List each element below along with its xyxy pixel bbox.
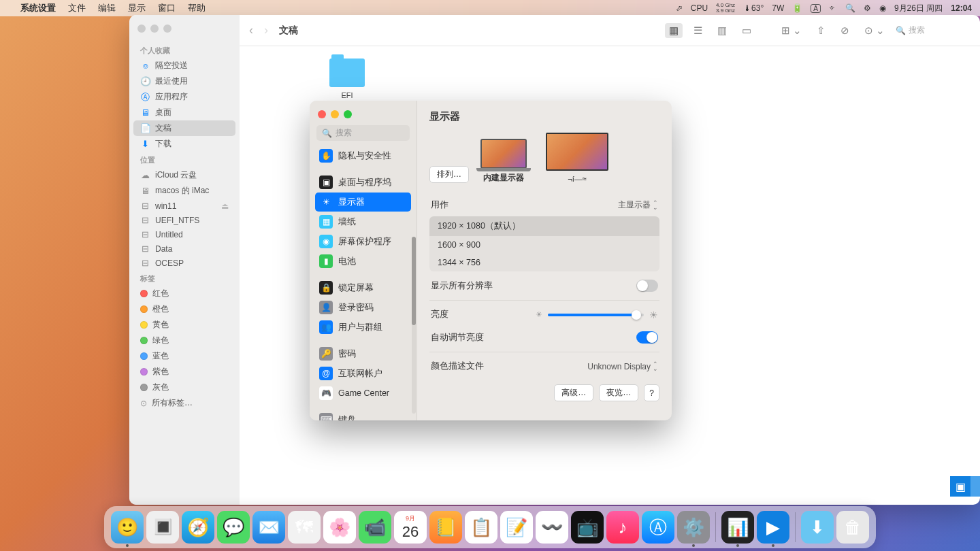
use-as-row[interactable]: 用作 主显示器⌃⌄: [429, 194, 659, 216]
resolution-option[interactable]: 1600 × 900: [429, 236, 659, 254]
finder-search[interactable]: 🔍 搜索: [896, 24, 970, 36]
siri-icon[interactable]: ◉: [879, 3, 886, 13]
dock-contacts[interactable]: 📒: [429, 511, 462, 544]
sidebar-scrollbar-thumb[interactable]: [412, 237, 416, 325]
dock-downloads[interactable]: ⬇: [801, 511, 834, 544]
settings-sidebar-item[interactable]: 🎮Game Center: [315, 384, 411, 403]
zoom-button[interactable]: [163, 24, 172, 33]
brightness-slider[interactable]: [548, 314, 644, 316]
dock-facetime[interactable]: 📹: [359, 511, 391, 544]
dock-todesk[interactable]: ▶: [757, 511, 789, 544]
screen-recorder-widget[interactable]: ▣: [950, 476, 980, 497]
settings-sidebar-item[interactable]: ▮电池: [315, 252, 411, 271]
menu-view[interactable]: 显示: [128, 2, 146, 14]
spotlight-icon[interactable]: 🔍: [845, 3, 855, 13]
tag-button[interactable]: ⊘: [836, 23, 853, 38]
settings-sidebar-item[interactable]: ⌨键盘: [315, 410, 411, 420]
sidebar-tag[interactable]: 紫色: [133, 364, 235, 380]
sidebar-documents[interactable]: 📄文稿: [133, 120, 235, 136]
view-icons[interactable]: ▦: [665, 23, 683, 38]
settings-sidebar-item[interactable]: 👥用户与群组: [315, 318, 411, 337]
auto-brightness-toggle[interactable]: [636, 331, 658, 344]
menu-help[interactable]: 帮助: [188, 2, 206, 14]
group-by[interactable]: ⊞ ⌄: [777, 23, 806, 38]
settings-sidebar-item[interactable]: @互联网帐户: [315, 364, 411, 383]
dock-appstore[interactable]: Ⓐ: [642, 511, 674, 544]
sidebar-tag[interactable]: 灰色: [133, 380, 235, 395]
dock-tv[interactable]: 📺: [571, 511, 604, 544]
menu-window[interactable]: 窗口: [158, 2, 176, 14]
dock-system-settings[interactable]: ⚙️: [677, 511, 710, 544]
advanced-button[interactable]: 高级…: [554, 384, 593, 401]
show-all-toggle[interactable]: [636, 280, 658, 292]
action-menu[interactable]: ⊙ ⌄: [860, 23, 889, 38]
sidebar-tag[interactable]: 红色: [133, 286, 235, 301]
sidebar-uefi[interactable]: ⊟UEFI_NTFS: [133, 213, 235, 227]
sidebar-tag[interactable]: 蓝色: [133, 348, 235, 364]
wifi-icon[interactable]: ᯤ: [829, 3, 837, 13]
control-center-icon[interactable]: ⚙: [864, 3, 871, 13]
settings-sidebar-item[interactable]: 👤登录密码: [315, 298, 411, 317]
folder-efi[interactable]: EFI: [320, 59, 374, 99]
dock-maps[interactable]: 🗺: [288, 511, 321, 544]
app-menu[interactable]: 系统设置: [20, 2, 56, 14]
sidebar-tag[interactable]: 绿色: [133, 333, 235, 348]
dock-notes[interactable]: 📝: [500, 511, 533, 544]
sidebar-icloud[interactable]: ☁iCloud 云盘: [133, 167, 235, 183]
date-display[interactable]: 9月26日 周四: [894, 3, 943, 14]
sidebar-tag[interactable]: 橙色: [133, 301, 235, 317]
zoom-button[interactable]: [344, 110, 352, 118]
close-button[interactable]: [318, 110, 326, 118]
view-list[interactable]: ☰: [689, 23, 706, 38]
sidebar-tag[interactable]: ⊙所有标签…: [133, 395, 235, 411]
settings-sidebar-item[interactable]: 🔑密码: [315, 344, 411, 363]
color-profile-row[interactable]: 颜色描述文件 Unknown Display⌃⌄: [429, 355, 659, 378]
minimize-button[interactable]: [150, 24, 159, 33]
share-button[interactable]: ⇧: [813, 23, 830, 38]
time-display[interactable]: 12:04: [951, 3, 972, 13]
settings-sidebar-item[interactable]: ✋隐私与安全性: [315, 146, 411, 165]
display-internal[interactable]: 内建显示器: [480, 139, 527, 183]
sidebar-airdrop[interactable]: ⌾隔空投送: [133, 58, 235, 73]
resolution-option[interactable]: 1344 × 756: [429, 254, 659, 271]
close-button[interactable]: [137, 24, 146, 33]
menu-edit[interactable]: 编辑: [98, 2, 116, 14]
view-gallery[interactable]: ▭: [738, 23, 755, 38]
minimize-button[interactable]: [331, 110, 339, 118]
dock-music[interactable]: ♪: [606, 511, 639, 544]
sidebar-desktop[interactable]: 🖥桌面: [133, 105, 235, 120]
resolution-option[interactable]: 1920 × 1080（默认）: [429, 216, 659, 236]
settings-search[interactable]: 🔍 搜索: [316, 125, 410, 141]
dock-mail[interactable]: ✉️: [252, 511, 285, 544]
settings-sidebar-item[interactable]: 🔒锁定屏幕: [315, 278, 411, 297]
settings-sidebar-item[interactable]: ☀显示器: [315, 193, 411, 212]
sidebar-tag[interactable]: 黄色: [133, 317, 235, 333]
sidebar-data[interactable]: ⊟Data: [133, 241, 235, 256]
sidebar-downloads[interactable]: ⬇下载: [133, 136, 235, 152]
view-columns[interactable]: ▥: [713, 23, 731, 38]
dock-finder[interactable]: 🙂: [111, 511, 144, 544]
forward-button[interactable]: ›: [264, 23, 268, 37]
dock-freeform[interactable]: 〰️: [536, 511, 568, 544]
recorder-icon[interactable]: ▣: [950, 476, 970, 497]
dock-launchpad[interactable]: 🔳: [146, 511, 179, 544]
dock-safari[interactable]: 🧭: [182, 511, 214, 544]
settings-sidebar-item[interactable]: ◉屏幕保护程序: [315, 232, 411, 251]
sidebar-applications[interactable]: Ⓐ应用程序: [133, 89, 235, 105]
back-button[interactable]: ‹: [249, 23, 253, 37]
cursor-icon[interactable]: ⬀: [676, 3, 683, 13]
sidebar-imac[interactable]: 🖥macos 的 iMac: [133, 183, 235, 199]
dock-calendar[interactable]: 9月26: [394, 511, 427, 544]
sidebar-win11[interactable]: ⊟win11⏏: [133, 199, 235, 213]
sidebar-ocesp[interactable]: ⊟OCESP: [133, 256, 235, 270]
sidebar-untitled[interactable]: ⊟Untitled: [133, 227, 235, 241]
dock-messages[interactable]: 💬: [217, 511, 250, 544]
sidebar-recents[interactable]: 🕘最近使用: [133, 73, 235, 89]
input-source[interactable]: A: [811, 4, 821, 13]
menu-file[interactable]: 文件: [68, 2, 86, 14]
night-shift-button[interactable]: 夜览…: [599, 384, 638, 401]
arrange-button[interactable]: 排列…: [429, 166, 469, 183]
display-external[interactable]: ¬í—≈: [546, 133, 608, 183]
help-button[interactable]: ?: [644, 384, 659, 401]
settings-sidebar-item[interactable]: ▦墙纸: [315, 212, 411, 231]
